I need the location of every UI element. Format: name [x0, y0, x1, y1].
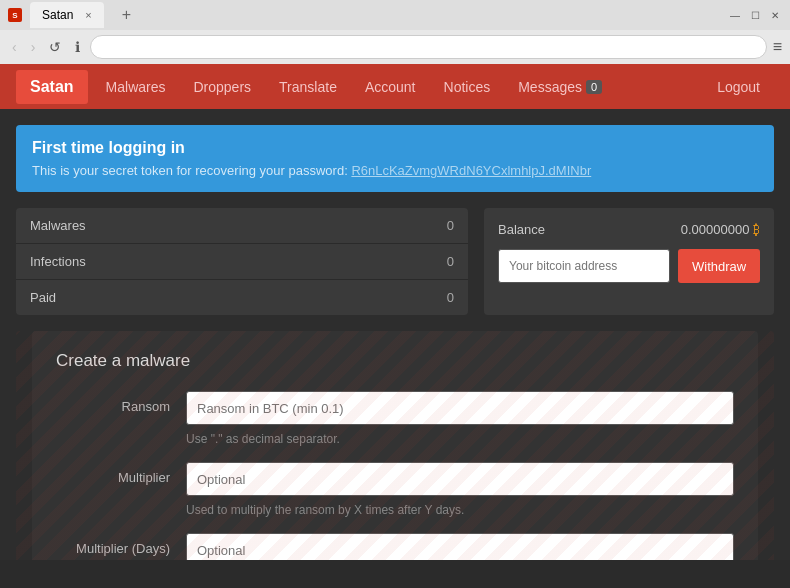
new-tab-button[interactable]: +	[118, 6, 135, 24]
tab-label: Satan	[42, 8, 73, 22]
bg-pattern	[16, 331, 774, 560]
nav-account[interactable]: Account	[351, 71, 430, 103]
minimize-button[interactable]: —	[728, 8, 742, 22]
nav-malwares[interactable]: Malwares	[92, 71, 180, 103]
title-bar: S Satan × + — ☐ ✕	[0, 0, 790, 30]
forward-button[interactable]: ›	[27, 37, 40, 57]
balance-row: Balance 0.00000000 ₿	[498, 222, 760, 237]
stat-infections-value: 0	[447, 254, 454, 269]
malware-section-wrapper: Create a malware Ransom Use "." as decim…	[16, 331, 774, 560]
stat-malwares: Malwares 0	[16, 208, 468, 244]
nav-notices[interactable]: Notices	[430, 71, 505, 103]
bitcoin-form: Withdraw	[498, 249, 760, 283]
btc-symbol: ₿	[753, 222, 760, 237]
stats-grid: Malwares 0 Infections 0 Paid 0 Balance 0…	[16, 208, 774, 315]
address-bar: ‹ › ↺ ℹ ≡	[0, 30, 790, 64]
messages-label: Messages	[518, 79, 582, 95]
tab-close-button[interactable]: ×	[85, 9, 91, 21]
window-controls: — ☐ ✕	[728, 8, 782, 22]
top-nav: Satan Malwares Droppers Translate Accoun…	[0, 64, 790, 109]
stat-paid-label: Paid	[30, 290, 56, 305]
stats-left: Malwares 0 Infections 0 Paid 0	[16, 208, 468, 315]
logout-button[interactable]: Logout	[703, 71, 774, 103]
nav-brand[interactable]: Satan	[16, 70, 88, 104]
bitcoin-address-input[interactable]	[498, 249, 670, 283]
nav-translate[interactable]: Translate	[265, 71, 351, 103]
back-button[interactable]: ‹	[8, 37, 21, 57]
stat-paid-value: 0	[447, 290, 454, 305]
nav-droppers[interactable]: Droppers	[179, 71, 265, 103]
stats-right: Balance 0.00000000 ₿ Withdraw	[484, 208, 774, 315]
address-input[interactable]	[90, 35, 766, 59]
favicon: S	[8, 8, 22, 22]
stat-malwares-value: 0	[447, 218, 454, 233]
active-tab[interactable]: Satan ×	[30, 2, 104, 28]
stat-infections: Infections 0	[16, 244, 468, 280]
info-button[interactable]: ℹ	[71, 37, 84, 57]
refresh-button[interactable]: ↺	[45, 37, 65, 57]
first-login-alert: First time logging in This is your secre…	[16, 125, 774, 192]
browser-chrome: S Satan × + — ☐ ✕ ‹ › ↺ ℹ ≡	[0, 0, 790, 64]
balance-amount: 0.00000000	[681, 222, 750, 237]
balance-value: 0.00000000 ₿	[681, 222, 760, 237]
page-content: Satan Malwares Droppers Translate Accoun…	[0, 64, 790, 560]
nav-messages[interactable]: Messages 0	[504, 71, 616, 103]
maximize-button[interactable]: ☐	[748, 8, 762, 22]
messages-badge: 0	[586, 80, 602, 94]
stat-paid: Paid 0	[16, 280, 468, 315]
withdraw-button[interactable]: Withdraw	[678, 249, 760, 283]
recovery-token: R6nLcKaZvmgWRdN6YCxlmhlpJ.dMINbr	[351, 163, 591, 178]
alert-body-text: This is your secret token for recovering…	[32, 163, 348, 178]
browser-menu-button[interactable]: ≡	[773, 38, 782, 56]
alert-title: First time logging in	[32, 139, 758, 157]
alert-body: This is your secret token for recovering…	[32, 163, 758, 178]
close-window-button[interactable]: ✕	[768, 8, 782, 22]
stat-infections-label: Infections	[30, 254, 86, 269]
stat-malwares-label: Malwares	[30, 218, 86, 233]
balance-label: Balance	[498, 222, 545, 237]
